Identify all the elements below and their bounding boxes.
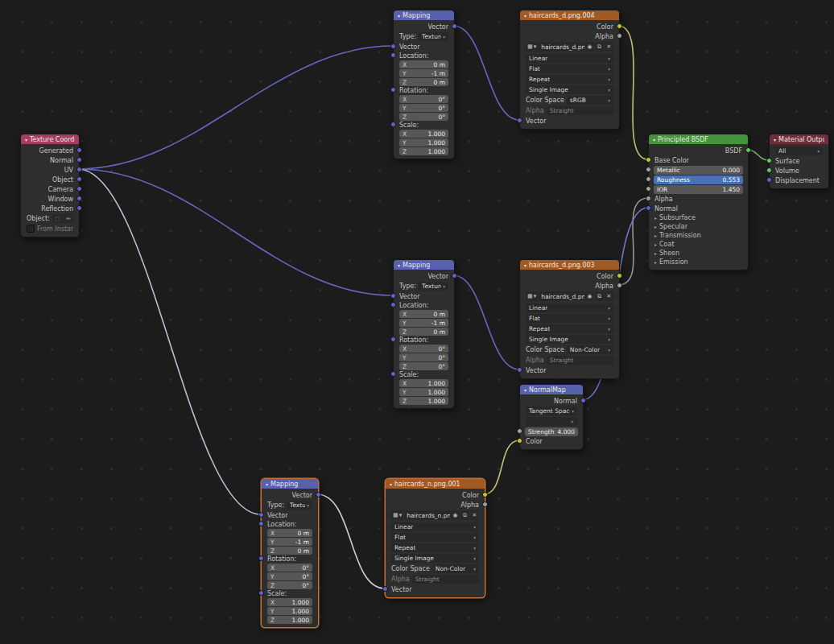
socket-reflection-output[interactable] <box>76 205 82 211</box>
socket-normal-output[interactable] <box>580 398 586 403</box>
socket-strength-input[interactable] <box>517 428 522 434</box>
space-dropdown[interactable]: Tangent Space▾ <box>526 407 577 415</box>
target-dropdown[interactable]: All▾ <box>775 147 823 155</box>
socket-alpha-output[interactable] <box>482 502 488 507</box>
rotation-x-field[interactable]: X0° <box>399 345 448 353</box>
node-normal-map[interactable]: ▾ NormalMap Normal Tangent Space▾ ✕ Stre… <box>519 384 584 450</box>
scale-x-field[interactable]: X1.000 <box>399 130 448 138</box>
link-uv-to-mapping-1[interactable] <box>78 46 393 169</box>
collapse-icon[interactable]: ▾ <box>390 481 392 487</box>
uv-map-field[interactable]: ✕ <box>526 417 577 426</box>
rotation-y-field[interactable]: Y0° <box>267 572 312 580</box>
socket-surface-input[interactable] <box>766 158 772 163</box>
location-x-field[interactable]: X0 m <box>399 310 448 318</box>
collapse-icon[interactable]: ▾ <box>398 13 400 19</box>
rotation-z-field[interactable]: Z0° <box>267 581 312 589</box>
socket-vector-output[interactable] <box>452 273 457 279</box>
scale-z-field[interactable]: Z1.000 <box>399 397 448 405</box>
link-mapping-1-to-d004[interactable] <box>453 26 519 120</box>
rotation-y-field[interactable]: Y0° <box>399 353 448 361</box>
image-browse-button[interactable]: ▦▾ <box>391 510 403 520</box>
socket-camera-output[interactable] <box>76 186 82 192</box>
location-x-field[interactable]: X0 m <box>399 60 448 68</box>
location-y-field[interactable]: Y-1 m <box>399 319 448 327</box>
image-browse-button[interactable]: ▦▾ <box>526 42 538 52</box>
extension-dropdown[interactable]: Repeat▾ <box>391 543 479 552</box>
link-d003-alpha-to-alpha[interactable] <box>618 198 648 285</box>
ior-slider[interactable]: IOR1.450 <box>654 185 743 194</box>
eyedropper-icon[interactable]: ✏ <box>66 216 71 222</box>
unlink-image-button[interactable]: ✕ <box>470 510 479 520</box>
socket-alpha-output[interactable] <box>617 33 622 39</box>
location-z-field[interactable]: Z0 m <box>399 78 448 86</box>
node-header-mapping-1[interactable]: ▾ Mapping <box>394 10 454 20</box>
socket-color-output[interactable] <box>617 23 622 29</box>
section-transmission[interactable]: ▸Transmission <box>649 231 748 240</box>
link-n001-color-to-normalmap[interactable] <box>484 440 519 494</box>
scale-z-field[interactable]: Z1.000 <box>399 147 448 155</box>
socket-bsdf-output[interactable] <box>745 147 751 153</box>
scale-y-field[interactable]: Y1.000 <box>267 607 312 615</box>
section-sheen[interactable]: ▸Sheen <box>649 249 748 258</box>
node-header-material-output[interactable]: ▾ Material Output <box>770 134 828 144</box>
unlink-image-button[interactable]: ✕ <box>605 42 613 52</box>
section-specular[interactable]: ▸Specular <box>649 222 748 231</box>
scale-z-field[interactable]: Z1.000 <box>267 616 312 624</box>
image-name-field[interactable]: haircards_d.pn... <box>539 42 584 52</box>
socket-vector-input[interactable] <box>382 586 388 592</box>
socket-volume-input[interactable] <box>766 167 772 173</box>
location-z-field[interactable]: Z0 m <box>267 547 312 555</box>
location-y-field[interactable]: Y-1 m <box>267 538 312 546</box>
socket-normal-input[interactable] <box>646 205 651 211</box>
node-texture-coords[interactable]: ▾ Texture Coords Generated Normal UV Obj… <box>20 134 80 237</box>
socket-color-output[interactable] <box>617 273 622 279</box>
collapse-icon[interactable]: ▾ <box>398 262 400 268</box>
socket-rotation-input[interactable] <box>390 336 396 342</box>
socket-color-input[interactable] <box>517 438 522 444</box>
node-header-principled-bsdf[interactable]: ▾ Principled BSDF <box>649 134 748 144</box>
socket-vector-output[interactable] <box>316 492 321 497</box>
node-header-mapping-2[interactable]: ▾ Mapping <box>394 260 454 270</box>
projection-dropdown[interactable]: Flat▾ <box>526 314 613 323</box>
location-z-field[interactable]: Z0 m <box>399 328 448 336</box>
from-instancer-checkbox[interactable] <box>27 225 35 233</box>
node-header-texture-coords[interactable]: ▾ Texture Coords <box>21 134 79 144</box>
socket-rotation-input[interactable] <box>390 87 396 93</box>
collapse-icon[interactable]: ▾ <box>524 387 526 393</box>
fake-user-button[interactable]: ◉ <box>451 510 460 520</box>
socket-location-input[interactable] <box>258 521 264 526</box>
strength-slider[interactable]: Strength4.000 <box>525 427 578 436</box>
link-uv-to-mapping-2[interactable] <box>78 169 393 295</box>
image-name-field[interactable]: haircards_d.pn... <box>539 291 584 301</box>
interpolation-dropdown[interactable]: Linear▾ <box>526 54 613 63</box>
image-name-field[interactable]: haircards_n.pn... <box>404 510 450 520</box>
node-image-d004[interactable]: ▾ haircards_d.png.004 Color Alpha ▦▾ hai… <box>519 10 620 130</box>
socket-metallic-input[interactable] <box>646 167 651 172</box>
socket-location-input[interactable] <box>390 302 396 308</box>
object-field[interactable]: ▢ ✏ <box>52 214 73 223</box>
link-d004-color-to-basecolor[interactable] <box>618 26 648 159</box>
socket-alpha-input[interactable] <box>646 196 651 201</box>
section-subsurface[interactable]: ▸Subsurface <box>649 213 748 222</box>
roughness-slider[interactable]: Roughness0.553 <box>654 175 743 184</box>
socket-roughness-input[interactable] <box>646 176 651 182</box>
socket-vector-input[interactable] <box>390 293 396 299</box>
socket-alpha-output[interactable] <box>617 283 622 288</box>
extension-dropdown[interactable]: Repeat▾ <box>526 324 613 333</box>
socket-vector-input[interactable] <box>517 118 522 123</box>
type-dropdown[interactable]: Texture▾ <box>419 32 448 41</box>
location-x-field[interactable]: X0 m <box>267 529 312 537</box>
scale-y-field[interactable]: Y1.000 <box>399 138 448 147</box>
collapse-icon[interactable]: ▾ <box>524 262 526 268</box>
link-mapping-2-to-d003[interactable] <box>453 275 519 369</box>
collapse-icon[interactable]: ▾ <box>774 137 776 142</box>
interpolation-dropdown[interactable]: Linear▾ <box>526 303 613 312</box>
copy-image-button[interactable]: ⧉ <box>460 510 469 520</box>
location-y-field[interactable]: Y-1 m <box>399 69 448 77</box>
socket-displacement-input[interactable] <box>766 177 772 183</box>
socket-base-color-input[interactable] <box>646 157 651 163</box>
rotation-z-field[interactable]: Z0° <box>399 362 448 370</box>
scale-x-field[interactable]: X1.000 <box>267 598 312 606</box>
node-principled-bsdf[interactable]: ▾ Principled BSDF BSDF Base Color Metall… <box>648 134 749 270</box>
socket-window-output[interactable] <box>76 196 82 201</box>
